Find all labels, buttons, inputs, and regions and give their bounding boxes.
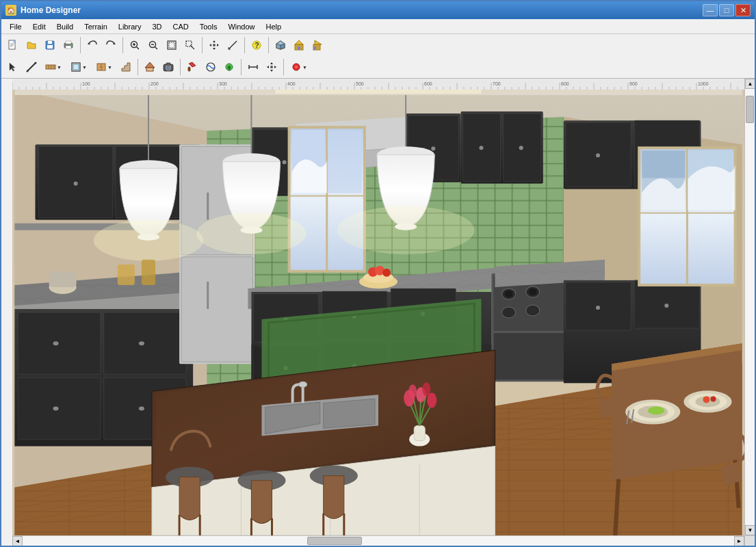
- svg-line-14: [137, 47, 140, 50]
- scroll-right-button[interactable]: ►: [734, 536, 744, 546]
- svg-rect-59: [146, 68, 153, 71]
- app-icon: 🏠: [5, 5, 16, 16]
- svg-marker-24: [213, 40, 216, 42]
- zoom-fit-button[interactable]: [163, 36, 181, 54]
- texture-button[interactable]: [202, 58, 220, 76]
- svg-point-248: [479, 146, 483, 150]
- svg-text:600: 600: [424, 81, 432, 86]
- scroll-track-vertical[interactable]: [745, 89, 755, 525]
- zoom-out-button[interactable]: [144, 36, 162, 54]
- svg-rect-63: [166, 63, 170, 65]
- svg-point-278: [596, 306, 600, 310]
- roof-button[interactable]: [141, 58, 159, 76]
- print-button[interactable]: [60, 36, 77, 54]
- 3d-view-button[interactable]: [272, 36, 289, 54]
- scroll-down-button[interactable]: ▼: [745, 525, 755, 535]
- zoom-window-button[interactable]: [181, 36, 199, 54]
- help-button[interactable]: ?: [248, 36, 265, 54]
- pan-button[interactable]: [205, 36, 223, 54]
- svg-rect-40: [298, 46, 300, 50]
- svg-text:300: 300: [219, 81, 227, 86]
- menu-window[interactable]: Window: [222, 21, 260, 32]
- menu-library[interactable]: Library: [113, 21, 147, 32]
- toolbar-row-1: ?: [1, 34, 755, 56]
- toolbar-row-2: ▼ ▼ ▼: [1, 56, 755, 78]
- svg-rect-290: [328, 130, 362, 193]
- menu-3d[interactable]: 3D: [146, 21, 167, 32]
- svg-point-226: [53, 341, 59, 345]
- svg-rect-316: [414, 426, 425, 441]
- record-button[interactable]: ▼: [287, 58, 311, 76]
- canvas-area[interactable]: // ruler ticks drawn via JS below 100200…: [1, 79, 755, 546]
- window-title: Home Designer: [21, 5, 81, 15]
- kitchen-render-svg: [12, 90, 744, 535]
- svg-point-47: [35, 62, 37, 64]
- svg-marker-25: [213, 48, 216, 50]
- scroll-thumb-vertical[interactable]: [746, 96, 754, 123]
- svg-rect-53: [73, 64, 79, 70]
- svg-rect-224: [104, 312, 186, 374]
- redo-button[interactable]: [102, 36, 120, 54]
- cabinet-tool-button[interactable]: ▼: [92, 58, 116, 76]
- svg-text:700: 700: [493, 81, 501, 86]
- svg-point-229: [139, 406, 144, 410]
- 3d-render-view[interactable]: [12, 90, 744, 535]
- toolbars: ? ▼: [1, 34, 755, 79]
- side-view-button[interactable]: [309, 36, 326, 54]
- svg-point-357: [648, 406, 664, 414]
- draw-line-button[interactable]: [23, 58, 40, 76]
- svg-point-269: [505, 291, 513, 297]
- open-button[interactable]: [23, 36, 40, 54]
- svg-text:400: 400: [287, 81, 296, 86]
- svg-rect-222: [18, 312, 100, 374]
- menu-build[interactable]: Build: [51, 21, 79, 32]
- front-view-button[interactable]: [290, 36, 308, 54]
- room-tool-button[interactable]: ▼: [66, 58, 91, 76]
- menu-terrain[interactable]: Terrain: [79, 21, 113, 32]
- svg-rect-298: [642, 150, 685, 178]
- svg-marker-71: [270, 70, 273, 72]
- svg-rect-6: [47, 45, 53, 49]
- svg-text:1000: 1000: [698, 81, 709, 86]
- select-tool-button[interactable]: [4, 58, 22, 76]
- scroll-thumb-horizontal[interactable]: [307, 537, 362, 545]
- svg-rect-21: [169, 42, 174, 48]
- new-button[interactable]: [4, 36, 22, 54]
- svg-line-18: [155, 47, 158, 50]
- maximize-button[interactable]: □: [719, 4, 734, 16]
- menu-bar: File Edit Build Terrain Library 3D CAD T…: [1, 19, 755, 34]
- minimize-button[interactable]: —: [703, 4, 718, 16]
- svg-point-56: [100, 66, 101, 68]
- svg-point-309: [299, 382, 307, 387]
- measure-button[interactable]: [224, 36, 242, 54]
- menu-tools[interactable]: Tools: [194, 21, 223, 32]
- canvas-inner[interactable]: [12, 90, 744, 535]
- svg-line-45: [27, 63, 36, 71]
- move-tool-button[interactable]: [263, 58, 281, 76]
- zoom-in-button[interactable]: [126, 36, 144, 54]
- scroll-track-horizontal[interactable]: [23, 536, 734, 546]
- svg-point-227: [139, 341, 144, 345]
- menu-file[interactable]: File: [4, 21, 27, 32]
- paint-button[interactable]: [183, 58, 201, 76]
- close-button[interactable]: ✕: [735, 4, 751, 16]
- save-button[interactable]: [41, 36, 59, 54]
- svg-rect-267: [494, 333, 565, 379]
- svg-point-347: [337, 206, 475, 254]
- menu-help[interactable]: Help: [261, 21, 287, 32]
- svg-text:?: ?: [255, 42, 259, 49]
- vertical-scrollbar[interactable]: ▲ ▼: [744, 79, 755, 535]
- horizontal-scrollbar[interactable]: ◄ ►: [12, 535, 744, 546]
- camera-button[interactable]: [159, 58, 177, 76]
- menu-edit[interactable]: Edit: [27, 21, 51, 32]
- scroll-up-button[interactable]: ▲: [745, 79, 755, 89]
- undo-button[interactable]: [83, 36, 101, 54]
- material-dropper-button[interactable]: [220, 58, 238, 76]
- dimension-button[interactable]: [244, 58, 262, 76]
- svg-rect-236: [207, 282, 209, 309]
- scroll-left-button[interactable]: ◄: [12, 536, 23, 546]
- main-area: // ruler ticks drawn via JS below 100200…: [1, 79, 755, 546]
- wall-tool-button[interactable]: ▼: [41, 58, 66, 76]
- menu-cad[interactable]: CAD: [167, 21, 194, 32]
- stairs-button[interactable]: [117, 58, 135, 76]
